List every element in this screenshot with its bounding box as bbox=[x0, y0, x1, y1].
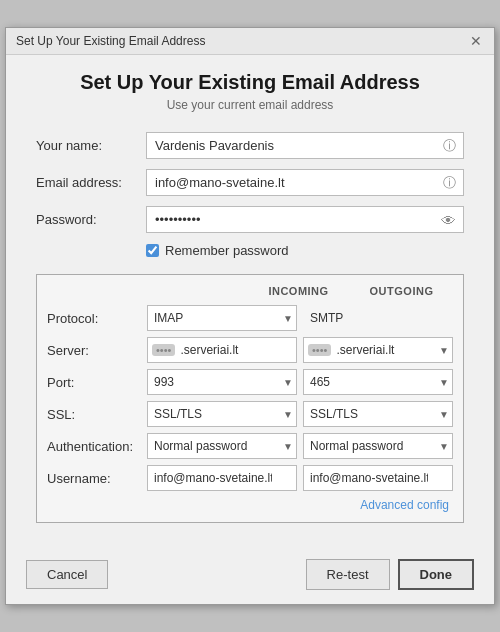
password-toggle-icon[interactable]: 👁 bbox=[441, 211, 456, 228]
server-outgoing-prefix: •••• bbox=[308, 344, 331, 356]
server-outgoing-input[interactable] bbox=[334, 338, 432, 362]
auth-label: Authentication: bbox=[47, 439, 147, 454]
outgoing-header: OUTGOING bbox=[350, 285, 453, 297]
name-row: Your name: ⓘ bbox=[36, 132, 464, 159]
port-incoming-field: ▼ bbox=[147, 369, 297, 395]
auth-outgoing-field: Normal password Encrypted password OAuth… bbox=[303, 433, 453, 459]
username-incoming-field bbox=[147, 465, 297, 491]
port-incoming-input[interactable] bbox=[147, 369, 297, 395]
email-row: Email address: ⓘ bbox=[36, 169, 464, 196]
page-subtitle: Use your current email address bbox=[36, 98, 464, 112]
password-label: Password: bbox=[36, 212, 146, 227]
username-outgoing-field bbox=[303, 465, 453, 491]
main-window: Set Up Your Existing Email Address ✕ Set… bbox=[5, 27, 495, 605]
username-row: Username: bbox=[47, 465, 453, 491]
cancel-button[interactable]: Cancel bbox=[26, 560, 108, 589]
ssl-row: SSL: SSL/TLS STARTTLS None ▼ SSL/TLS bbox=[47, 401, 453, 427]
server-row: Server: •••• •••• ▼ bbox=[47, 337, 453, 363]
port-outgoing-field: ▼ bbox=[303, 369, 453, 395]
server-incoming-prefix: •••• bbox=[152, 344, 175, 356]
server-outgoing-field: •••• ▼ bbox=[303, 337, 453, 363]
port-fields: ▼ ▼ bbox=[147, 369, 453, 395]
auth-incoming-select[interactable]: Normal password Encrypted password OAuth… bbox=[147, 433, 297, 459]
remember-checkbox[interactable] bbox=[146, 244, 159, 257]
password-row: Password: 👁 bbox=[36, 206, 464, 233]
protocol-incoming-select[interactable]: IMAP POP3 bbox=[147, 305, 297, 331]
ssl-outgoing-field: SSL/TLS STARTTLS None ▼ bbox=[303, 401, 453, 427]
email-label: Email address: bbox=[36, 175, 146, 190]
port-outgoing-input[interactable] bbox=[303, 369, 453, 395]
advanced-config-link[interactable]: Advanced config bbox=[360, 498, 449, 512]
username-outgoing-input[interactable] bbox=[303, 465, 453, 491]
ssl-fields: SSL/TLS STARTTLS None ▼ SSL/TLS STARTTLS… bbox=[147, 401, 453, 427]
advanced-link-row: Advanced config bbox=[47, 497, 453, 512]
name-input-wrapper: ⓘ bbox=[146, 132, 464, 159]
name-info-icon[interactable]: ⓘ bbox=[443, 137, 456, 155]
ssl-outgoing-select[interactable]: SSL/TLS STARTTLS None bbox=[303, 401, 453, 427]
password-input[interactable] bbox=[146, 206, 464, 233]
name-label: Your name: bbox=[36, 138, 146, 153]
close-button[interactable]: ✕ bbox=[468, 34, 484, 48]
email-input[interactable] bbox=[146, 169, 464, 196]
protocol-incoming-field: IMAP POP3 ▼ bbox=[147, 305, 297, 331]
username-label: Username: bbox=[47, 471, 147, 486]
username-fields bbox=[147, 465, 453, 491]
title-bar: Set Up Your Existing Email Address ✕ bbox=[6, 28, 494, 55]
server-incoming-input[interactable] bbox=[178, 338, 272, 362]
server-panel: INCOMING OUTGOING Protocol: IMAP POP3 ▼ … bbox=[36, 274, 464, 523]
server-incoming-wrapper: •••• bbox=[147, 337, 297, 363]
ssl-incoming-select[interactable]: SSL/TLS STARTTLS None bbox=[147, 401, 297, 427]
remember-row: Remember password bbox=[146, 243, 464, 258]
email-info-icon[interactable]: ⓘ bbox=[443, 174, 456, 192]
protocol-row: Protocol: IMAP POP3 ▼ SMTP bbox=[47, 305, 453, 331]
incoming-header: INCOMING bbox=[247, 285, 350, 297]
port-label: Port: bbox=[47, 375, 147, 390]
window-title: Set Up Your Existing Email Address bbox=[16, 34, 205, 48]
footer: Cancel Re-test Done bbox=[6, 549, 494, 604]
remember-label[interactable]: Remember password bbox=[165, 243, 289, 258]
name-input[interactable] bbox=[146, 132, 464, 159]
auth-outgoing-select[interactable]: Normal password Encrypted password OAuth… bbox=[303, 433, 453, 459]
protocol-outgoing-field: SMTP bbox=[303, 305, 453, 331]
server-fields: •••• •••• ▼ bbox=[147, 337, 453, 363]
server-headers: INCOMING OUTGOING bbox=[47, 285, 453, 297]
page-title: Set Up Your Existing Email Address bbox=[36, 71, 464, 94]
server-label: Server: bbox=[47, 343, 147, 358]
ssl-label: SSL: bbox=[47, 407, 147, 422]
protocol-label: Protocol: bbox=[47, 311, 147, 326]
auth-row: Authentication: Normal password Encrypte… bbox=[47, 433, 453, 459]
protocol-outgoing-static: SMTP bbox=[303, 305, 453, 331]
server-incoming-field: •••• bbox=[147, 337, 297, 363]
email-input-wrapper: ⓘ bbox=[146, 169, 464, 196]
auth-incoming-field: Normal password Encrypted password OAuth… bbox=[147, 433, 297, 459]
protocol-fields: IMAP POP3 ▼ SMTP bbox=[147, 305, 453, 331]
port-row: Port: ▼ ▼ bbox=[47, 369, 453, 395]
password-input-wrapper: 👁 bbox=[146, 206, 464, 233]
done-button[interactable]: Done bbox=[398, 559, 475, 590]
username-incoming-input[interactable] bbox=[147, 465, 297, 491]
main-content: Set Up Your Existing Email Address Use y… bbox=[6, 55, 494, 549]
retest-button[interactable]: Re-test bbox=[306, 559, 390, 590]
action-buttons: Re-test Done bbox=[306, 559, 474, 590]
server-outgoing-wrapper: •••• bbox=[303, 337, 453, 363]
ssl-incoming-field: SSL/TLS STARTTLS None ▼ bbox=[147, 401, 297, 427]
auth-fields: Normal password Encrypted password OAuth… bbox=[147, 433, 453, 459]
